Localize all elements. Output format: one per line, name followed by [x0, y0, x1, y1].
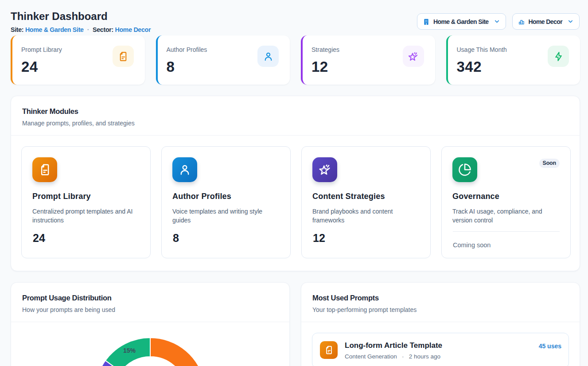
svg-text:15%: 15% — [123, 347, 136, 354]
